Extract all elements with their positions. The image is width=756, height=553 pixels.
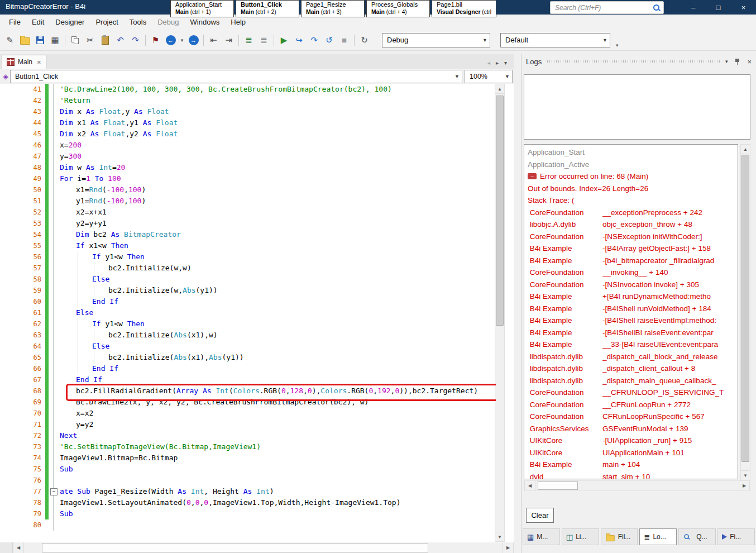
- menu-tools[interactable]: Tools: [124, 15, 152, 30]
- line-number[interactable]: 77: [0, 486, 45, 497]
- menu-designer[interactable]: Designer: [50, 15, 90, 30]
- quick-tab-application-start[interactable]: Application_StartMain (ctrl + 1): [170, 0, 234, 17]
- sub-selector-dropdown[interactable]: Button1_Click ▼: [10, 70, 462, 83]
- tab-list-dropdown-icon[interactable]: ▾: [504, 60, 507, 66]
- search-input[interactable]: [551, 4, 653, 12]
- code-line-text[interactable]: Dim bc2 As BitmapCreator: [59, 229, 496, 240]
- code-line-text[interactable]: Else: [59, 341, 496, 352]
- line-number[interactable]: 74: [0, 452, 45, 464]
- open-project-icon[interactable]: [18, 33, 32, 47]
- code-line-text[interactable]: ate Sub Page1_Resize(Width As Int, Heigh…: [59, 486, 496, 497]
- zoom-select[interactable]: 100% ▼: [465, 70, 513, 83]
- quick-tab-process-globals[interactable]: Process_GlobalsMain (ctrl + 4): [366, 0, 430, 17]
- new-file-icon[interactable]: ✎: [3, 33, 17, 47]
- stop-icon[interactable]: ■: [337, 33, 351, 47]
- code-line-text[interactable]: [59, 519, 496, 531]
- code-line-text[interactable]: x=200: [59, 140, 496, 151]
- code-line-text[interactable]: Else: [59, 274, 496, 285]
- scroll-left-icon[interactable]: ◀: [524, 481, 535, 490]
- line-number[interactable]: 52: [0, 207, 45, 218]
- error-goto-icon[interactable]: →: [528, 173, 537, 179]
- undo-icon[interactable]: ↶: [113, 33, 127, 47]
- code-line-text[interactable]: x1=Rnd(-100,100): [59, 184, 496, 196]
- scrollbar-thumb[interactable]: [496, 96, 504, 326]
- code-line-text[interactable]: bc2.Initialize(w,w): [59, 263, 496, 274]
- panel-drag-grip[interactable]: [547, 60, 720, 63]
- redo-icon[interactable]: ↷: [128, 33, 142, 47]
- line-number[interactable]: 56: [0, 251, 45, 263]
- code-line-text[interactable]: bc2.Initialize(Abs(x1),Abs(y1)): [59, 352, 496, 363]
- code-line-text[interactable]: Next: [59, 430, 496, 441]
- code-line-text[interactable]: Dim x1 As Float,y1 As Float: [59, 117, 496, 128]
- code-line-text[interactable]: End If: [59, 296, 496, 307]
- scrollbar-thumb[interactable]: [538, 482, 578, 490]
- line-number[interactable]: 59: [0, 285, 45, 296]
- outdent-icon[interactable]: ⇤: [207, 33, 221, 47]
- line-number[interactable]: 62: [0, 318, 45, 330]
- editor-vertical-scrollbar[interactable]: ▲ ▼: [495, 84, 505, 542]
- scroll-up-icon[interactable]: ▲: [741, 145, 750, 154]
- copy-icon[interactable]: [68, 33, 82, 47]
- scroll-left-icon[interactable]: ◀: [13, 542, 24, 553]
- toolbar-overflow-icon[interactable]: ▾: [616, 42, 619, 50]
- code-line-text[interactable]: ImageView1.SetLayoutAnimated(0,0,0,Image…: [59, 497, 496, 508]
- cut-icon[interactable]: ✂: [83, 33, 97, 47]
- code-line-text[interactable]: 'Bc.SetBitmapToImageView(Bc.Bitmap,Image…: [59, 441, 496, 452]
- code-line-text[interactable]: bc2.Initialize(Abs(x1),w): [59, 330, 496, 341]
- scroll-down-icon[interactable]: ▼: [495, 532, 504, 541]
- logs-vertical-scrollbar[interactable]: ▲ ▼: [740, 144, 750, 480]
- line-number[interactable]: 44: [0, 117, 45, 128]
- line-number[interactable]: 54: [0, 229, 45, 240]
- line-number[interactable]: 68: [0, 385, 45, 397]
- line-number[interactable]: 63: [0, 330, 45, 341]
- menu-project[interactable]: Project: [90, 15, 123, 30]
- navigate-forward-icon[interactable]: →: [186, 33, 200, 47]
- code-line-text[interactable]: Sub: [59, 508, 496, 519]
- line-number[interactable]: 41: [0, 84, 45, 95]
- code-line-text[interactable]: For i=1 To 100: [59, 173, 496, 184]
- line-number[interactable]: 61: [0, 307, 45, 318]
- menu-file[interactable]: File: [3, 15, 26, 30]
- line-number[interactable]: 43: [0, 106, 45, 117]
- code-line-text[interactable]: bc2.Initialize(w,Abs(y1)): [59, 285, 496, 296]
- quick-tab-page1-bil[interactable]: Page1.bilVisual Designer (ctrl: [432, 0, 496, 17]
- line-number[interactable]: 67: [0, 374, 45, 385]
- line-number[interactable]: 48: [0, 162, 45, 173]
- pin-icon[interactable]: [734, 58, 740, 65]
- code-line-text[interactable]: ImageView1.Bitmap=Bc.Bitmap: [59, 452, 496, 464]
- line-number[interactable]: 70: [0, 408, 45, 419]
- line-number[interactable]: 76: [0, 475, 45, 486]
- comment-icon[interactable]: ≣: [242, 33, 256, 47]
- code-line-text[interactable]: Dim x As Float,y As Float: [59, 106, 496, 117]
- line-number[interactable]: 79: [0, 508, 45, 519]
- step-over-icon[interactable]: ↷: [307, 33, 321, 47]
- panel-tab-libraries[interactable]: ◫Li...: [562, 528, 599, 545]
- code-line-text[interactable]: If y1<w Then: [59, 318, 496, 330]
- code-line-text[interactable]: Bc.DrawLine2(x, y, x2, y2, Bc.CreateBrus…: [59, 397, 496, 408]
- panel-tab-quick[interactable]: Q...: [678, 528, 716, 545]
- panel-tab-modules[interactable]: ▦M...: [523, 528, 560, 545]
- navigate-back-icon[interactable]: ←: [164, 33, 178, 47]
- scrollbar-track[interactable]: [535, 481, 739, 490]
- code-line-text[interactable]: Sub: [59, 464, 496, 475]
- search-icon[interactable]: [653, 4, 661, 12]
- line-number[interactable]: 55: [0, 240, 45, 251]
- line-number[interactable]: 50: [0, 184, 45, 196]
- editor-horizontal-scrollbar[interactable]: ◀ ▶: [0, 542, 514, 553]
- line-number[interactable]: 47: [0, 151, 45, 162]
- clear-logs-button[interactable]: Clear: [526, 508, 554, 523]
- line-number[interactable]: 75: [0, 464, 45, 475]
- modules-grid-icon[interactable]: ▦: [48, 33, 62, 47]
- line-number[interactable]: 60: [0, 296, 45, 307]
- deploy-configuration-select[interactable]: Default ▼: [500, 33, 610, 47]
- panel-tab-files[interactable]: Fil...: [601, 528, 638, 545]
- line-number[interactable]: 71: [0, 419, 45, 430]
- line-number[interactable]: 45: [0, 128, 45, 140]
- code-line-text[interactable]: y1=Rnd(-100,100): [59, 196, 496, 207]
- line-number[interactable]: 53: [0, 218, 45, 229]
- line-number[interactable]: 73: [0, 441, 45, 452]
- run-icon[interactable]: ▶: [277, 33, 291, 47]
- line-number[interactable]: 69: [0, 397, 45, 408]
- line-number[interactable]: 42: [0, 95, 45, 106]
- quick-tab-page1-resize[interactable]: Page1_ResizeMain (ctrl + 3): [301, 0, 365, 17]
